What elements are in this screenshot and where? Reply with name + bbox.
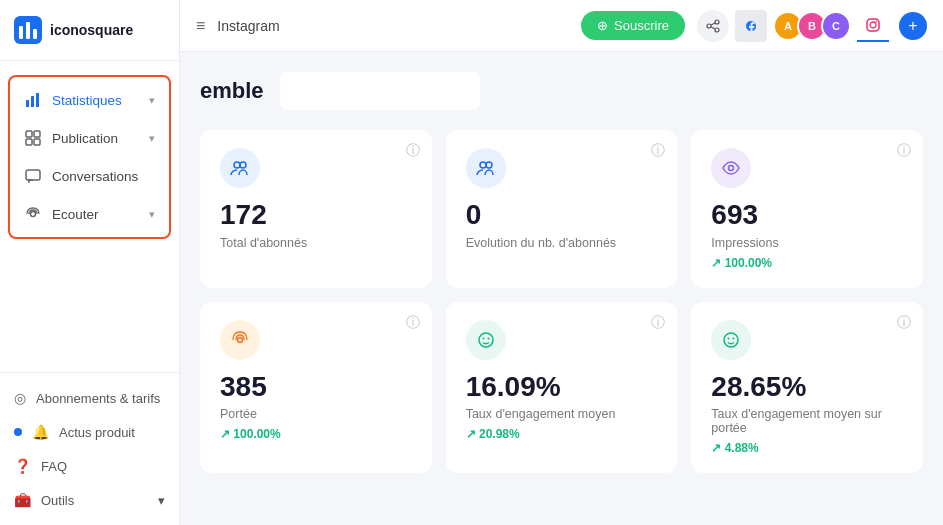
facebook-icon-btn[interactable]	[735, 10, 767, 42]
sidebar-item-conversations[interactable]: Conversations	[10, 157, 169, 195]
nav-section-main: Statistiques ▾ Publication ▾	[8, 75, 171, 239]
sidebar-label-abonnements: Abonnements & tarifs	[36, 391, 160, 406]
notification-dot	[14, 428, 22, 436]
chevron-down-icon: ▾	[149, 94, 155, 107]
page-header: emble	[200, 72, 923, 110]
topbar: ≡ Instagram ⊕ Souscrire A B C	[180, 0, 943, 52]
svg-point-25	[479, 333, 493, 347]
stat-value-impressions: 693	[711, 198, 903, 232]
stat-change-engagement: ↗ 20.98%	[466, 427, 658, 441]
info-icon[interactable]: ⓘ	[651, 142, 665, 160]
svg-rect-16	[867, 19, 879, 31]
sidebar-item-ecouter[interactable]: Ecouter ▾	[10, 195, 169, 233]
stat-value-engagement-portee: 28.65%	[711, 370, 903, 404]
tools-icon: 🧰	[14, 492, 31, 508]
svg-rect-6	[36, 93, 39, 107]
stat-label-engagement-portee: Taux d'engagement moyen sur portée	[711, 407, 903, 435]
brand-name: iconosquare	[50, 22, 133, 38]
stat-value-portee: 385	[220, 370, 412, 404]
svg-rect-2	[26, 22, 30, 39]
chevron-down-icon: ▾	[149, 132, 155, 145]
sidebar-item-statistiques[interactable]: Statistiques ▾	[10, 81, 169, 119]
chevron-down-icon: ▾	[158, 493, 165, 508]
sidebar-item-abonnements[interactable]: ◎ Abonnements & tarifs	[0, 381, 179, 415]
stat-value-abonnes: 172	[220, 198, 412, 232]
sidebar-label-ecouter: Ecouter	[52, 207, 99, 222]
avatar-3: C	[821, 11, 851, 41]
svg-rect-11	[26, 170, 40, 180]
sidebar-label-publication: Publication	[52, 131, 118, 146]
bar-chart-icon	[24, 91, 42, 109]
sidebar-label-statistiques: Statistiques	[52, 93, 122, 108]
stat-value-engagement: 16.09%	[466, 370, 658, 404]
sidebar-item-actus[interactable]: 🔔 Actus produit	[0, 415, 179, 449]
chevron-down-icon: ▾	[149, 208, 155, 221]
info-icon[interactable]: ⓘ	[651, 314, 665, 332]
stat-label-impressions: Impressions	[711, 236, 903, 250]
svg-rect-4	[26, 100, 29, 107]
stat-change-portee: ↗ 100.00%	[220, 427, 412, 441]
svg-point-21	[480, 162, 486, 168]
users-icon-circle	[220, 148, 260, 188]
grid-icon	[24, 129, 42, 147]
svg-point-18	[876, 20, 878, 22]
dashboard-content: emble ⓘ 172 Total d'abonnés	[180, 52, 943, 525]
stat-change-engagement-portee: ↗ 4.88%	[711, 441, 903, 455]
svg-rect-7	[26, 131, 32, 137]
logo-icon	[14, 16, 42, 44]
svg-rect-3	[33, 29, 37, 39]
svg-point-24	[238, 337, 243, 342]
svg-point-13	[715, 20, 719, 24]
plus-circle-icon: ⊕	[597, 18, 608, 33]
sidebar-item-publication[interactable]: Publication ▾	[10, 119, 169, 157]
sidebar-item-faq[interactable]: ❓ FAQ	[0, 449, 179, 483]
stat-label-portee: Portée	[220, 407, 412, 421]
info-icon[interactable]: ⓘ	[406, 142, 420, 160]
share-icon-btn[interactable]	[697, 10, 729, 42]
sidebar-label-faq: FAQ	[41, 459, 67, 474]
stat-value-evolution: 0	[466, 198, 658, 232]
abonnements-icon: ◎	[14, 390, 26, 406]
eye-icon-circle	[711, 148, 751, 188]
svg-point-15	[715, 28, 719, 32]
stat-card-engagement-portee: ⓘ 28.65% Taux d'engagement moyen sur por…	[691, 302, 923, 474]
info-icon[interactable]: ⓘ	[406, 314, 420, 332]
stats-row-2: ⓘ 385 Portée ↗ 100.00% ⓘ	[200, 302, 923, 474]
date-range-picker[interactable]	[280, 72, 480, 110]
topbar-platform: Instagram	[217, 18, 279, 34]
instagram-icon-btn[interactable]	[857, 10, 889, 42]
stat-label-abonnes: Total d'abonnés	[220, 236, 412, 250]
svg-point-22	[486, 162, 492, 168]
sidebar-item-outils[interactable]: 🧰 Outils ▾	[0, 483, 179, 517]
add-platform-button[interactable]: +	[899, 12, 927, 40]
info-icon[interactable]: ⓘ	[897, 142, 911, 160]
svg-point-30	[733, 337, 735, 339]
subscribe-button[interactable]: ⊕ Souscrire	[581, 11, 685, 40]
svg-rect-1	[19, 26, 23, 39]
svg-point-23	[729, 166, 734, 171]
stat-label-engagement: Taux d'engagement moyen	[466, 407, 658, 421]
svg-rect-8	[34, 131, 40, 137]
svg-rect-9	[26, 139, 32, 145]
svg-point-27	[487, 337, 489, 339]
stats-row-1: ⓘ 172 Total d'abonnés ⓘ	[200, 130, 923, 288]
bell-icon: 🔔	[32, 424, 49, 440]
svg-point-17	[870, 22, 876, 28]
faq-icon: ❓	[14, 458, 31, 474]
radio-icon	[24, 205, 42, 223]
topbar-icons: A B C +	[697, 10, 927, 42]
sidebar-label-actus: Actus produit	[59, 425, 135, 440]
svg-rect-10	[34, 139, 40, 145]
stat-card-engagement: ⓘ 16.09% Taux d'engagement moyen ↗ 20.98…	[446, 302, 678, 474]
svg-point-20	[240, 162, 246, 168]
stat-card-evolution: ⓘ 0 Evolution du nb. d'abonnés	[446, 130, 678, 288]
svg-point-12	[31, 212, 36, 217]
svg-point-28	[724, 333, 738, 347]
menu-icon[interactable]: ≡	[196, 17, 205, 35]
main-content: ≡ Instagram ⊕ Souscrire A B C	[180, 0, 943, 525]
info-icon[interactable]: ⓘ	[897, 314, 911, 332]
sidebar-nav: Statistiques ▾ Publication ▾	[0, 61, 179, 372]
users-evolution-icon-circle	[466, 148, 506, 188]
stat-label-evolution: Evolution du nb. d'abonnés	[466, 236, 658, 250]
smile-icon-circle	[466, 320, 506, 360]
